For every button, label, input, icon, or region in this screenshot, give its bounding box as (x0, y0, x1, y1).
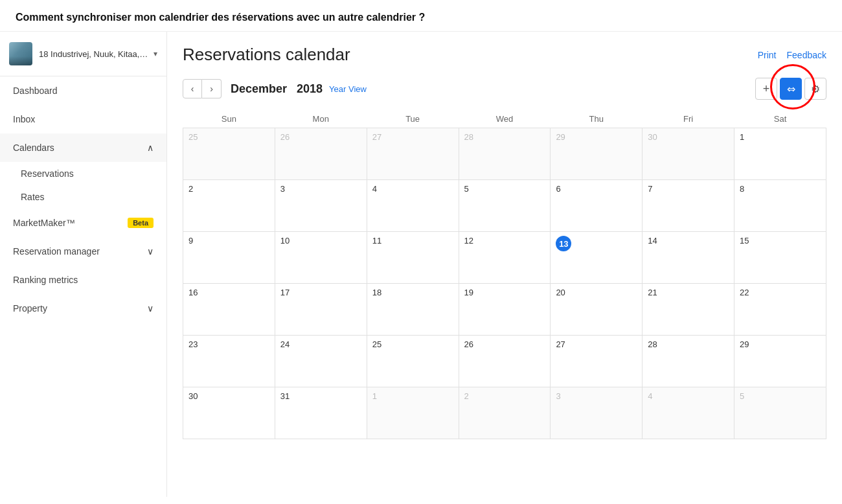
calendar-day-cell[interactable]: 5 (459, 180, 551, 232)
sidebar-item-marketmaker[interactable]: MarketMaker™ Beta (0, 209, 166, 237)
calendar-day-cell[interactable]: 4 (367, 180, 459, 232)
calendar-day-cell[interactable]: 4 (643, 387, 734, 439)
calendar-title: Reservations calendar (183, 45, 350, 65)
calendar-grid: Sun Mon Tue Wed Thu Fri Sat 252627282930… (183, 110, 826, 439)
sidebar-item-rates[interactable]: Rates (0, 185, 166, 209)
calendar-day-cell[interactable]: 17 (275, 284, 367, 336)
chevron-down-icon: ∨ (147, 246, 154, 257)
sidebar-section-reservation-manager[interactable]: Reservation manager ∨ (0, 237, 166, 266)
day-number: 3 (280, 184, 285, 194)
day-header-thu: Thu (551, 110, 643, 128)
day-number: 11 (372, 236, 381, 246)
day-number: 8 (740, 184, 744, 194)
day-number: 12 (464, 236, 473, 246)
day-number: 4 (648, 391, 652, 401)
sidebar-item-dashboard[interactable]: Dashboard (0, 76, 166, 105)
sidebar-section-calendars[interactable]: Calendars ∧ (0, 133, 166, 162)
calendar-day-cell[interactable]: 20 (551, 284, 643, 336)
calendar-day-cell[interactable]: 25 (183, 128, 275, 180)
calendar-day-cell[interactable]: 14 (643, 232, 734, 284)
sidebar-item-reservations[interactable]: Reservations (0, 162, 166, 185)
day-number: 2 (188, 184, 193, 194)
calendar-day-cell[interactable]: 29 (551, 128, 643, 180)
add-calendar-button[interactable]: + (755, 78, 777, 100)
calendar-day-cell[interactable]: 31 (275, 387, 367, 439)
calendar-day-cell[interactable]: 8 (734, 180, 826, 232)
calendar-day-cell[interactable]: 18 (367, 284, 459, 336)
calendar-week-5: 303112345 (183, 387, 826, 439)
main-content: Reservations calendar Print Feedback ‹ ›… (167, 32, 842, 497)
day-number: 17 (280, 288, 290, 297)
day-number: 23 (188, 339, 198, 349)
day-number: 21 (648, 288, 657, 297)
day-number: 9 (188, 236, 193, 246)
calendar-day-cell[interactable]: 2 (459, 387, 551, 439)
calendar-week-3: 16171819202122 (183, 284, 826, 336)
day-number: 19 (464, 288, 473, 297)
calendar-day-cell[interactable]: 11 (367, 232, 459, 284)
feedback-link[interactable]: Feedback (787, 50, 826, 60)
calendar-day-cell[interactable]: 3 (275, 180, 367, 232)
day-number: 22 (740, 288, 749, 297)
calendar-day-cell[interactable]: 30 (183, 387, 275, 439)
calendar-day-cell[interactable]: 21 (643, 284, 734, 336)
calendar-day-cell[interactable]: 6 (551, 180, 643, 232)
next-month-button[interactable]: › (202, 79, 222, 98)
day-number: 4 (372, 184, 377, 194)
prev-month-button[interactable]: ‹ (183, 79, 202, 98)
calendar-day-cell[interactable]: 2 (183, 180, 275, 232)
calendar-day-cell[interactable]: 27 (551, 336, 643, 387)
year-view-link[interactable]: Year View (329, 84, 367, 94)
calendar-day-cell[interactable]: 1 (734, 128, 826, 180)
calendar-day-cell[interactable]: 22 (734, 284, 826, 336)
day-number: 28 (648, 339, 657, 349)
sidebar-item-ranking-metrics[interactable]: Ranking metrics (0, 266, 166, 294)
day-number: 27 (556, 339, 565, 349)
calendar-week-1: 2345678 (183, 180, 826, 232)
calendar-day-cell[interactable]: 3 (551, 387, 643, 439)
day-number: 31 (280, 391, 290, 401)
day-header-sat: Sat (734, 110, 826, 128)
calendar-day-cell[interactable]: 28 (643, 336, 734, 387)
sidebar-item-inbox[interactable]: Inbox (0, 105, 166, 133)
calendar-day-cell[interactable]: 16 (183, 284, 275, 336)
day-number: 5 (464, 184, 469, 194)
day-number: 29 (556, 132, 565, 142)
settings-calendar-button[interactable]: ⚙ (804, 78, 826, 100)
day-number: 10 (280, 236, 290, 246)
page-banner: Comment synchroniser mon calendrier des … (0, 0, 842, 32)
calendar-day-cell[interactable]: 30 (643, 128, 734, 180)
calendar-day-cell[interactable]: 7 (643, 180, 734, 232)
calendar-day-cell[interactable]: 26 (459, 336, 551, 387)
calendar-day-cell[interactable]: 10 (275, 232, 367, 284)
calendar-day-cell[interactable]: 9 (183, 232, 275, 284)
calendar-day-cell[interactable]: 13 (551, 232, 643, 284)
day-number: 15 (740, 236, 749, 246)
calendar-day-cell[interactable]: 26 (275, 128, 367, 180)
calendar-day-cell[interactable]: 19 (459, 284, 551, 336)
header-actions: Print Feedback (758, 50, 826, 60)
day-number: 1 (372, 391, 377, 401)
calendar-day-cell[interactable]: 23 (183, 336, 275, 387)
sync-calendar-button[interactable]: ⇔ (780, 78, 802, 100)
day-number: 27 (372, 132, 381, 142)
calendar-day-cell[interactable]: 29 (734, 336, 826, 387)
calendar-day-cell[interactable]: 24 (275, 336, 367, 387)
property-selector[interactable]: 18 Industrivej, Nuuk, Kitaa, GL ▾ (0, 32, 166, 76)
calendar-week-0: 2526272829301 (183, 128, 826, 180)
calendar-day-cell[interactable]: 15 (734, 232, 826, 284)
calendar-day-cell[interactable]: 12 (459, 232, 551, 284)
day-header-fri: Fri (643, 110, 734, 128)
day-number: 6 (556, 184, 560, 194)
calendar-day-cell[interactable]: 1 (367, 387, 459, 439)
calendar-day-cell[interactable]: 28 (459, 128, 551, 180)
sidebar-section-property[interactable]: Property ∨ (0, 294, 166, 323)
day-header-mon: Mon (275, 110, 367, 128)
day-number: 24 (280, 339, 290, 349)
calendar-day-cell[interactable]: 27 (367, 128, 459, 180)
day-number: 26 (280, 132, 290, 142)
calendar-day-cell[interactable]: 5 (734, 387, 826, 439)
calendar-day-cell[interactable]: 25 (367, 336, 459, 387)
day-number: 16 (188, 288, 198, 297)
print-link[interactable]: Print (758, 50, 777, 60)
